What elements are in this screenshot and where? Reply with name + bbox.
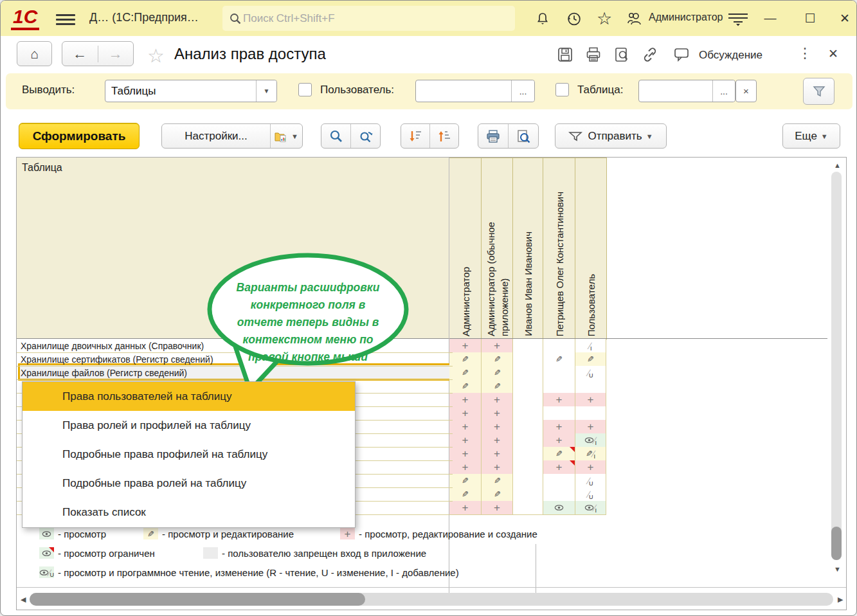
grid-cell[interactable]: + [449,460,482,475]
history-icon[interactable] [564,9,583,28]
search-input[interactable] [242,12,489,26]
grid-cell[interactable] [543,474,575,488]
scroll-down-arrow[interactable]: ▼ [834,565,841,573]
grid-cell[interactable]: ✎∕I [575,447,606,461]
context-menu-item[interactable]: Права пользователей на таблицу [23,382,355,411]
grid-cell[interactable] [543,501,575,515]
combobox-dropdown-button[interactable]: ▼ [256,80,276,102]
grid-cell[interactable]: + [543,433,575,448]
find-next-button[interactable] [350,124,380,148]
column-header[interactable]: Пользователь [575,158,607,340]
grid-cell[interactable] [543,487,575,502]
notifications-bell-icon[interactable] [533,9,552,28]
vertical-scrollbar-track[interactable] [831,172,842,560]
grid-cell[interactable]: ∕I [575,433,606,448]
table-filter-checkbox[interactable] [555,83,569,96]
grid-cell[interactable]: + [575,393,606,407]
table-clear-button[interactable]: × [735,80,757,102]
context-menu-item[interactable]: Показать список [23,498,355,527]
grid-cell[interactable] [575,379,606,394]
grid-cell[interactable]: + [482,501,513,515]
sort-ascending-button[interactable] [429,124,458,148]
grid-cell[interactable]: ✎ [482,474,513,488]
scroll-up-arrow[interactable]: ▲ [834,161,841,169]
grid-cell[interactable] [513,406,543,421]
minimize-button[interactable]: — [759,8,781,28]
grid-cell[interactable]: ✎ [449,379,482,394]
vyvodit-combobox[interactable]: Таблицы ▼ [105,80,277,102]
grid-cell[interactable]: + [575,460,606,475]
current-user-label[interactable]: Администратор [649,12,723,23]
grid-cell[interactable]: ✎ [482,366,513,380]
more-options-icon[interactable]: ⋮ [798,45,811,62]
grid-cell[interactable]: + [482,420,513,434]
favorites-star-icon[interactable]: ☆ [595,9,614,28]
grid-cell[interactable]: + [449,501,482,515]
grid-cell[interactable]: ✎ [449,487,482,502]
grid-cell[interactable] [543,379,575,394]
grid-cell[interactable]: ✎ [449,366,482,380]
grid-cell[interactable] [543,339,575,353]
grid-cell[interactable]: + [449,406,482,421]
grid-cell[interactable] [513,487,543,502]
user-filter-checkbox[interactable] [298,83,312,96]
grid-cell[interactable]: ∕U [575,487,606,502]
grid-cell[interactable]: ✎ [482,487,513,502]
print-preview-icon[interactable] [611,46,632,64]
forward-button[interactable]: → [98,46,134,62]
service-menu-icon[interactable] [727,11,749,26]
horizontal-scrollbar-thumb[interactable] [30,593,365,606]
scroll-right-arrow[interactable]: ▶ [838,595,843,604]
print-report-button[interactable] [478,124,508,148]
grid-cell[interactable] [513,420,543,434]
grid-cell[interactable] [513,447,543,461]
grid-cell[interactable]: ✎ [482,379,513,394]
main-menu-icon[interactable] [56,12,75,26]
save-icon[interactable] [555,46,575,64]
column-header[interactable]: Администратор [449,158,482,340]
home-button[interactable]: ⌂ [17,41,52,66]
user-choose-button[interactable]: ... [511,80,534,102]
grid-cell[interactable] [513,393,543,407]
grid-cell[interactable]: ✎ [482,352,513,367]
grid-cell[interactable]: + [449,420,482,434]
grid-cell[interactable] [513,352,543,367]
grid-cell[interactable]: + [575,420,606,434]
scroll-left-arrow[interactable]: ◀ [21,595,26,604]
grid-cell[interactable]: + [482,447,513,461]
column-header[interactable]: Администратор (обычное приложение) [481,158,514,340]
grid-cell[interactable]: + [543,420,575,434]
grid-cell[interactable]: + [449,339,482,353]
grid-cell[interactable]: + [543,393,575,407]
grid-cell[interactable]: + [449,433,482,448]
grid-cell[interactable]: ∕U [575,366,606,380]
grid-cell[interactable]: + [482,339,513,353]
close-report-button[interactable]: ✕ [825,46,842,61]
grid-cell[interactable] [543,406,575,421]
grid-cell[interactable] [513,379,543,394]
send-button[interactable]: Отправить ▼ [555,123,667,149]
generate-button[interactable]: Сформировать [19,123,140,149]
more-button[interactable]: Еще ▼ [782,123,840,149]
vertical-scrollbar-thumb[interactable] [831,527,842,560]
context-menu-item[interactable]: Подробные права профилей на таблицу [23,440,355,469]
grid-cell[interactable]: ✎ [543,352,575,367]
users-icon[interactable] [624,9,644,28]
sort-descending-button[interactable] [401,124,429,148]
settings-button[interactable]: Настройки... [162,124,270,148]
table-choose-button[interactable]: ... [712,80,735,102]
grid-cell[interactable] [513,460,543,475]
print-icon[interactable] [583,46,604,64]
close-window-button[interactable]: ✕ [834,8,856,28]
favorite-star-icon[interactable]: ☆ [147,44,165,67]
global-search[interactable] [222,6,515,31]
grid-cell[interactable]: + [482,460,513,475]
grid-cell[interactable]: ∕U [575,474,606,488]
user-filter-field[interactable]: ... [415,80,535,102]
grid-cell[interactable] [513,339,543,353]
preview-button[interactable] [508,124,538,148]
context-menu-item[interactable]: Права ролей и профилей на таблицу [23,411,355,440]
find-button[interactable] [321,124,350,148]
grid-cell[interactable] [513,501,543,515]
grid-cell[interactable]: + [449,447,482,461]
